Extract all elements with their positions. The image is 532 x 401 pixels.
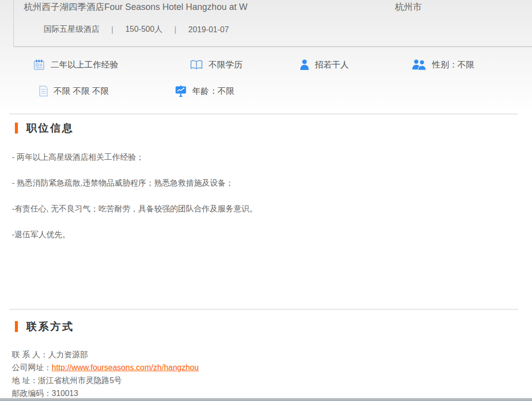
- company-meta-row: 国际五星级酒店 | 150-500人 | 2019-01-07: [44, 24, 229, 35]
- job-description-line: - 熟悉消防紧急疏散,违禁物品威胁程序；熟悉急救措施及设备；: [12, 178, 518, 189]
- attr-gender: 性别：不限: [412, 58, 474, 71]
- job-description-line: - 两年以上高星级酒店相关工作经验；: [12, 152, 518, 163]
- job-info-title: 职位信息: [26, 121, 74, 135]
- attr-experience-label: 二年以上工作经验: [51, 59, 118, 70]
- job-description-line: -退伍军人优先。: [12, 229, 518, 240]
- contact-heading: 联系方式: [9, 320, 518, 334]
- orange-bar: [15, 321, 18, 332]
- attr-headcount: 招若干人: [300, 58, 349, 71]
- attr-age-label: 年龄：不限: [192, 85, 234, 97]
- gender-icon: [412, 59, 427, 70]
- company-website-link[interactable]: http://www.fourseasons.com/zh/hangzhou: [52, 363, 199, 372]
- attr-category-label: 不限 不限 不限: [54, 85, 109, 97]
- contact-person-row: 联 系 人：人力资源部: [12, 348, 518, 361]
- attr-age: 年龄：不限: [175, 84, 234, 98]
- bottom-divider: [0, 398, 532, 401]
- meta-separator: |: [111, 25, 113, 34]
- job-posting-page: 杭州西子湖四季酒店Four Seasons Hotel Hangzhou at …: [0, 0, 532, 401]
- company-size: 150-500人: [125, 24, 162, 35]
- header-area: 杭州西子湖四季酒店Four Seasons Hotel Hangzhou at …: [0, 0, 532, 113]
- job-description: - 两年以上高星级酒店相关工作经验； - 熟悉消防紧急疏散,违禁物品威胁程序；熟…: [12, 152, 518, 240]
- company-city: 杭州市: [395, 1, 422, 13]
- contact-section: 联系方式 联 系 人：人力资源部 公司网址：http://www.foursea…: [9, 309, 518, 401]
- document-icon: [39, 85, 48, 97]
- headcount-icon: [300, 59, 309, 70]
- company-website-row: 公司网址：http://www.fourseasons.com/zh/hangz…: [12, 361, 518, 374]
- attr-gender-label: 性别：不限: [432, 59, 474, 70]
- experience-icon: [33, 59, 45, 71]
- attr-headcount-label: 招若干人: [315, 59, 349, 70]
- contact-title: 联系方式: [26, 320, 74, 334]
- job-info-heading: 职位信息: [9, 121, 518, 135]
- postal-code-value: 310013: [52, 389, 78, 398]
- age-chart-icon: [175, 85, 187, 97]
- contact-rows: 联 系 人：人力资源部 公司网址：http://www.fourseasons.…: [12, 348, 518, 400]
- attr-category: 不限 不限 不限: [39, 84, 109, 98]
- post-date: 2019-01-07: [188, 25, 229, 34]
- attr-education-label: 不限学历: [209, 59, 242, 70]
- contact-person-value: 人力资源部: [48, 350, 88, 359]
- attr-education: 不限学历: [190, 58, 242, 71]
- address-value: 浙江省杭州市灵隐路5号: [38, 376, 122, 385]
- address-label: 地 址：: [12, 376, 38, 385]
- company-name: 杭州西子湖四季酒店Four Seasons Hotel Hangzhou at …: [24, 1, 247, 13]
- contact-person-label: 联 系 人：: [12, 350, 48, 359]
- attr-experience: 二年以上工作经验: [33, 58, 118, 71]
- job-info-section: 职位信息 - 两年以上高星级酒店相关工作经验； - 熟悉消防紧急疏散,违禁物品威…: [9, 113, 518, 309]
- orange-bar: [15, 123, 18, 134]
- job-description-line: -有责任心, 无不良习气；吃苦耐劳，具备较强的团队合作及服务意识。: [12, 203, 518, 214]
- education-icon: [190, 60, 203, 70]
- company-header-box: 杭州西子湖四季酒店Four Seasons Hotel Hangzhou at …: [13, 0, 532, 47]
- postal-code-label: 邮政编码：: [12, 389, 52, 398]
- company-type: 国际五星级酒店: [44, 24, 99, 35]
- company-website-label: 公司网址：: [12, 363, 52, 372]
- meta-separator: |: [174, 25, 176, 34]
- address-row: 地 址：浙江省杭州市灵隐路5号: [12, 374, 518, 387]
